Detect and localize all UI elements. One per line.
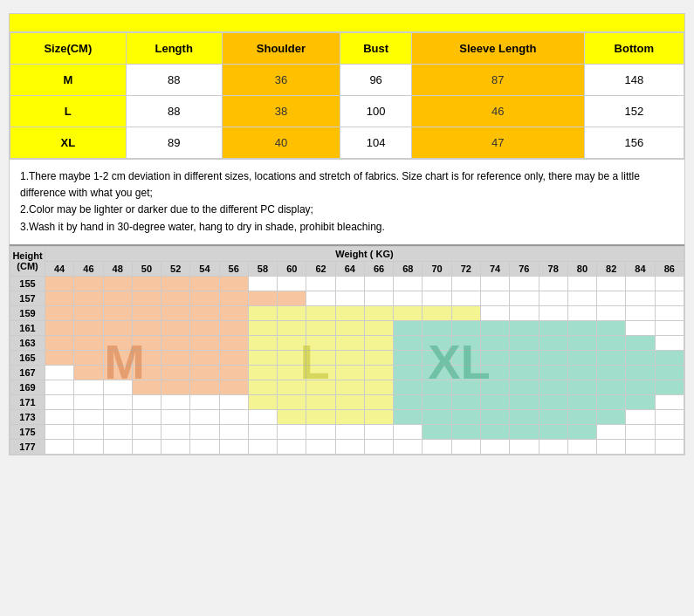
wh-cell xyxy=(567,439,596,454)
wh-cell xyxy=(190,320,219,335)
wh-cell xyxy=(219,276,248,291)
wh-cell xyxy=(335,365,364,380)
wh-cell xyxy=(190,350,219,365)
cell-shoulder: 38 xyxy=(222,96,340,127)
wh-cell xyxy=(161,380,190,394)
wh-cell xyxy=(161,335,190,350)
wh-cell xyxy=(74,305,103,320)
height-value: 169 xyxy=(10,380,45,394)
wh-cell xyxy=(567,320,596,335)
wh-cell xyxy=(132,305,161,320)
wh-cell xyxy=(567,365,596,380)
wh-cell xyxy=(190,291,219,305)
cell-bust: 100 xyxy=(340,96,412,127)
wh-cell xyxy=(248,291,277,305)
wh-cell xyxy=(45,320,74,335)
wh-cell xyxy=(248,380,277,394)
wh-cell xyxy=(74,350,103,365)
col-size: Size(CM) xyxy=(10,33,127,65)
wh-cell xyxy=(45,291,74,305)
weight-value: 60 xyxy=(278,261,306,276)
size-table: Size(CM) Length Shoulder Bust Sleeve Len… xyxy=(10,32,684,159)
weight-value: 56 xyxy=(219,261,248,276)
wh-cell xyxy=(45,424,74,439)
wh-cell xyxy=(423,276,451,291)
wh-cell xyxy=(335,320,364,335)
wh-cell xyxy=(103,424,132,439)
wh-cell xyxy=(655,291,684,305)
wh-cell xyxy=(74,291,103,305)
weight-value: 86 xyxy=(655,261,684,276)
height-value: 159 xyxy=(10,305,45,320)
wh-cell xyxy=(132,365,161,380)
col-bottom: Bottom xyxy=(584,33,684,65)
wh-cell xyxy=(103,320,132,335)
wh-data-row: 165 xyxy=(10,350,684,365)
wh-cell xyxy=(480,365,509,380)
wh-cell xyxy=(306,291,335,305)
wh-cell xyxy=(45,439,74,454)
size-chart-section: Size(CM) Length Shoulder Bust Sleeve Len… xyxy=(10,14,684,159)
wh-cell xyxy=(510,409,539,424)
wh-cell xyxy=(335,291,364,305)
wh-cell xyxy=(394,320,423,335)
cell-sleeve: 46 xyxy=(412,96,585,127)
wh-cell xyxy=(190,365,219,380)
col-length: Length xyxy=(126,33,222,65)
height-value: 167 xyxy=(10,365,45,380)
wh-cell xyxy=(626,335,655,350)
wh-cell xyxy=(655,424,684,439)
wh-cell xyxy=(597,380,626,394)
wh-data-row: 161 xyxy=(10,320,684,335)
size-chart-title xyxy=(10,14,684,32)
height-value: 177 xyxy=(10,439,45,454)
wh-cell xyxy=(45,335,74,350)
wh-cell xyxy=(306,350,335,365)
wh-cell xyxy=(161,394,190,409)
wh-cell xyxy=(74,320,103,335)
height-label: Height (CM) xyxy=(10,246,45,276)
wh-cell xyxy=(567,305,596,320)
wh-cell xyxy=(248,305,277,320)
wh-cell xyxy=(423,291,451,305)
cell-size: L xyxy=(10,96,127,127)
wh-cell xyxy=(451,335,480,350)
cell-bust: 104 xyxy=(340,127,412,159)
wh-cell xyxy=(161,365,190,380)
wh-cell xyxy=(451,276,480,291)
wh-cell xyxy=(655,409,684,424)
weight-label: Weight ( KG) xyxy=(45,246,684,261)
wh-cell xyxy=(626,350,655,365)
wh-cell xyxy=(539,424,567,439)
col-bust: Bust xyxy=(340,33,412,65)
wh-cell xyxy=(597,291,626,305)
wh-cell xyxy=(655,335,684,350)
wh-cell xyxy=(306,409,335,424)
wh-cell xyxy=(480,335,509,350)
wh-cell xyxy=(539,394,567,409)
wh-cell xyxy=(655,365,684,380)
weight-value: 82 xyxy=(597,261,626,276)
wh-cell xyxy=(423,380,451,394)
wh-cell xyxy=(364,350,393,365)
wh-cell xyxy=(335,380,364,394)
wh-cell xyxy=(539,305,567,320)
weight-value: 62 xyxy=(306,261,335,276)
wh-cell xyxy=(567,291,596,305)
wh-cell xyxy=(161,350,190,365)
wh-cell xyxy=(132,350,161,365)
wh-cell xyxy=(161,439,190,454)
height-value: 155 xyxy=(10,276,45,291)
wh-cell xyxy=(394,365,423,380)
wh-cell xyxy=(306,335,335,350)
wh-cell xyxy=(480,409,509,424)
weight-value: 72 xyxy=(451,261,480,276)
wh-cell xyxy=(423,424,451,439)
col-shoulder: Shoulder xyxy=(222,33,340,65)
wh-cell xyxy=(190,409,219,424)
wh-cell xyxy=(278,350,306,365)
wh-cell xyxy=(626,409,655,424)
wh-data-row: 163 xyxy=(10,335,684,350)
notes-lines: 1.There maybe 1-2 cm deviation in differ… xyxy=(20,168,674,236)
wh-cell xyxy=(394,380,423,394)
